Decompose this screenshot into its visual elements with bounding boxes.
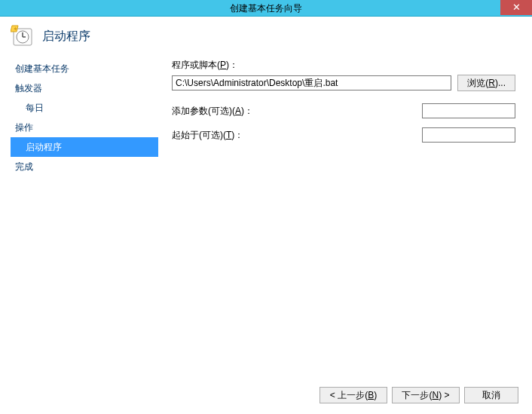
args-input[interactable] [422, 103, 515, 118]
wizard-footer: < 上一步(B) 下一步(N) > 取消 [320, 387, 518, 403]
form-panel: 程序或脚本(P)： 浏览(R)... 添加参数(可选)(A)： 起始于(可选)(… [158, 59, 532, 176]
wizard-header: ✦ 启动程序 [0, 17, 532, 59]
cancel-button[interactable]: 取消 [464, 387, 518, 403]
sidebar-item-finish[interactable]: 完成 [11, 157, 158, 176]
next-button[interactable]: 下一步(N) > [392, 387, 460, 403]
args-label: 添加参数(可选)(A)： [172, 105, 255, 118]
window-title: 创建基本任务向导 [230, 2, 302, 14]
sidebar-item-action[interactable]: 操作 [11, 118, 158, 137]
sidebar-item-start-program[interactable]: 启动程序 [11, 137, 158, 157]
page-title: 启动程序 [42, 29, 90, 44]
startin-label: 起始于(可选)(T)： [172, 129, 255, 142]
browse-button[interactable]: 浏览(R)... [457, 75, 515, 91]
script-label: 程序或脚本(P)： [172, 59, 515, 72]
back-button[interactable]: < 上一步(B) [320, 387, 387, 403]
close-icon: ✕ [512, 2, 521, 13]
script-input[interactable] [172, 75, 451, 90]
wizard-sidebar: 创建基本任务 触发器 每日 操作 启动程序 完成 [11, 59, 158, 176]
startin-input[interactable] [422, 127, 515, 143]
titlebar: 创建基本任务向导 ✕ [0, 0, 532, 17]
clock-icon: ✦ [11, 24, 35, 48]
sidebar-item-create-task[interactable]: 创建基本任务 [11, 59, 158, 78]
sidebar-item-trigger[interactable]: 触发器 [11, 78, 158, 98]
svg-text:✦: ✦ [13, 26, 18, 32]
sidebar-item-daily[interactable]: 每日 [11, 98, 158, 118]
close-button[interactable]: ✕ [500, 0, 532, 15]
